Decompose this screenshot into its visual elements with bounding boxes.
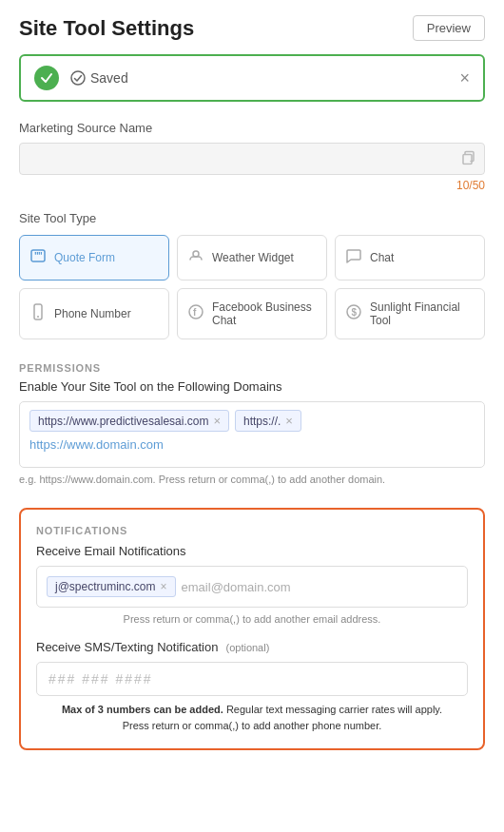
email-notifications-label: Receive Email Notifications (36, 544, 468, 558)
svg-text:": " (38, 251, 43, 261)
saved-check-circle (34, 66, 59, 90)
site-tool-type-label: Site Tool Type (19, 211, 485, 225)
notifications-section: NOTIFICATIONS Receive Email Notification… (19, 508, 485, 750)
marketing-source-input-wrapper (19, 143, 485, 175)
sms-label: Receive SMS/Texting Notification (36, 640, 218, 654)
tool-card-chat[interactable]: Chat (335, 235, 485, 281)
svg-point-5 (193, 251, 199, 257)
domain-tag-2: https://. × (235, 410, 301, 432)
permissions-title: PERMISSIONS (19, 362, 485, 374)
domain-tag-1: https://www.predictivesalesai.com × (29, 410, 229, 432)
weather-widget-icon (187, 247, 204, 268)
sms-hint: Max of 3 numbers can be added. Regular t… (36, 702, 468, 733)
copy-icon (460, 150, 475, 168)
svg-point-7 (37, 316, 39, 318)
notifications-title: NOTIFICATIONS (36, 525, 468, 536)
domain-tag-1-close[interactable]: × (213, 414, 221, 428)
email-hint: Press return or comma(,) to add another … (36, 613, 468, 625)
sunlight-financial-tool-label: Sunlight Financial Tool (370, 300, 475, 327)
tool-card-facebook-business-chat[interactable]: fFacebook Business Chat (177, 288, 327, 339)
sms-label-row: Receive SMS/Texting Notification (option… (36, 640, 468, 654)
domain-input-box[interactable]: https://www.predictivesalesai.com × http… (19, 401, 485, 468)
tool-card-sunlight-financial-tool[interactable]: $Sunlight Financial Tool (335, 288, 485, 339)
domain-hint: e.g. https://www.domain.com. Press retur… (19, 474, 485, 485)
quote-form-label: Quote Form (54, 251, 115, 264)
site-tool-type-section: Site Tool Type ""Quote FormWeather Widge… (19, 211, 485, 339)
sms-optional-badge: (optional) (225, 642, 269, 653)
svg-text:f: f (193, 307, 197, 318)
preview-button[interactable]: Preview (413, 15, 485, 41)
marketing-source-input[interactable] (19, 143, 485, 175)
chat-icon (345, 247, 362, 268)
page-title: Site Tool Settings (19, 16, 194, 41)
marketing-source-label: Marketing Source Name (19, 121, 485, 135)
phone-number-icon (29, 303, 47, 324)
svg-text:$: $ (352, 307, 358, 318)
phone-input-box[interactable]: ### ### #### (36, 662, 468, 696)
phone-placeholder: ### ### #### (48, 671, 153, 687)
email-placeholder: email@domain.com (182, 580, 291, 594)
saved-banner: Saved × (19, 54, 485, 102)
char-count: 10/50 (19, 179, 485, 192)
facebook-business-chat-icon: f (187, 303, 204, 324)
quote-form-icon: "" (29, 247, 47, 268)
facebook-business-chat-label: Facebook Business Chat (212, 300, 317, 327)
saved-status: Saved (70, 70, 128, 86)
weather-widget-label: Weather Widget (212, 251, 294, 264)
tool-card-quote-form[interactable]: ""Quote Form (19, 235, 169, 281)
email-input-box[interactable]: j@spectruminc.com × email@domain.com (36, 566, 468, 608)
domain-tag-1-value: https://www.predictivesalesai.com (38, 415, 208, 428)
svg-point-0 (71, 71, 85, 85)
domain-tags: https://www.predictivesalesai.com × http… (29, 410, 475, 432)
domain-placeholder: https://www.domain.com (29, 437, 475, 452)
tool-card-phone-number[interactable]: Phone Number (19, 288, 169, 339)
chat-label: Chat (370, 251, 394, 264)
email-tag-1-value: j@spectruminc.com (55, 580, 156, 593)
page-header: Site Tool Settings Preview (19, 15, 485, 41)
phone-number-label: Phone Number (54, 307, 131, 320)
permissions-section: PERMISSIONS Enable Your Site Tool on the… (19, 362, 485, 485)
saved-close-button[interactable]: × (459, 69, 470, 87)
email-tag-1: j@spectruminc.com × (47, 576, 176, 597)
sunlight-financial-tool-icon: $ (345, 303, 362, 324)
email-tag-1-close[interactable]: × (161, 580, 167, 593)
domain-tag-2-close[interactable]: × (285, 414, 293, 428)
tool-card-weather-widget[interactable]: Weather Widget (177, 235, 327, 281)
permissions-subtitle: Enable Your Site Tool on the Following D… (19, 379, 485, 394)
saved-text: Saved (90, 70, 128, 86)
tool-grid: ""Quote FormWeather WidgetChatPhone Numb… (19, 235, 485, 339)
svg-rect-1 (463, 155, 472, 164)
marketing-source-section: Marketing Source Name 10/50 (19, 121, 485, 192)
domain-tag-2-value: https://. (243, 415, 281, 428)
